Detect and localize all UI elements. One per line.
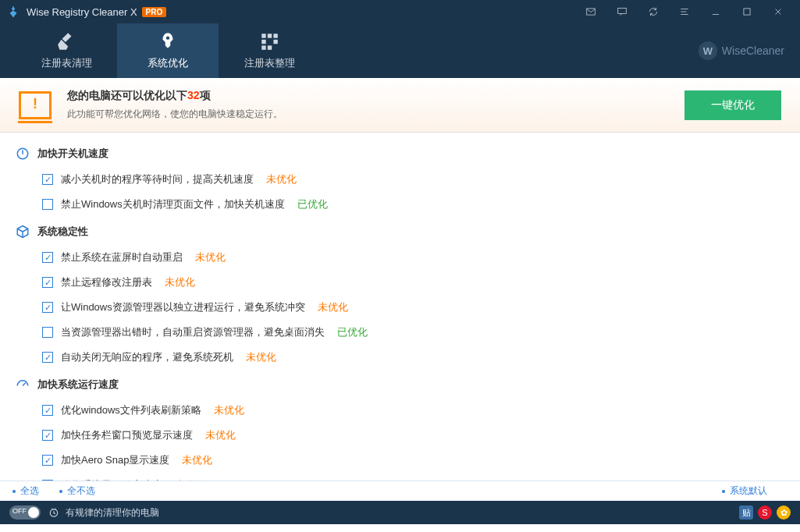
tab-registry-clean[interactable]: 注册表清理 [16,23,117,78]
list-item: 禁止Windows关机时清理页面文件，加快关机速度已优化 [16,192,800,217]
section-header: 加快系统运行速度 [16,370,800,398]
status-badge: 已优化 [337,325,368,339]
svg-point-3 [166,37,169,40]
status-badge: 未优化 [205,428,236,442]
list-item: 让Windows资源管理器以独立进程运行，避免系统冲突未优化 [16,295,800,320]
maximize-button[interactable] [731,0,763,23]
tab-label: 注册表整理 [244,56,295,70]
item-text: 加快任务栏窗口预览显示速度 [61,428,193,442]
checkbox[interactable] [42,327,53,338]
tab-registry-defrag[interactable]: 注册表整理 [219,23,320,78]
optimize-button[interactable]: 一键优化 [684,90,781,120]
checkbox[interactable] [42,480,53,481]
close-button[interactable] [763,0,794,23]
alert-monitor-icon: ! [19,91,52,119]
system-default-link[interactable]: 系统默认 [730,484,767,498]
svg-rect-2 [744,9,750,15]
banner-title: 您的电脑还可以优化以下32项 [67,89,684,103]
content-area: 加快开关机速度减小关机时的程序等待时间，提高关机速度未优化禁止Windows关机… [0,133,800,481]
app-logo-icon [6,5,20,19]
list-item: 当资源管理器出错时，自动重启资源管理器，避免桌面消失已优化 [16,320,800,345]
list-item: 自动关闭无响应的程序，避免系统死机未优化 [16,345,800,370]
svg-rect-9 [261,45,265,49]
schedule-toggle[interactable]: OFF [9,505,41,520]
list-item: 禁止远程修改注册表未优化 [16,270,800,295]
list-item: 优化windows文件列表刷新策略未优化 [16,398,800,423]
item-text: 让Windows资源管理器以独立进程运行，避免系统冲突 [61,300,305,314]
section-title: 加快系统运行速度 [37,378,119,392]
status-badge: 未优化 [214,403,244,417]
list-item: 加快任务栏窗口预览显示速度未优化 [16,423,800,448]
refresh-icon[interactable] [638,0,669,23]
status-badge: 未优化 [175,478,205,481]
clock-icon [48,507,59,518]
checkbox[interactable] [42,174,53,185]
schedule-text: 有规律的清理你的电脑 [66,506,159,520]
rocket-icon [158,31,178,51]
social-tieba-icon[interactable]: 贴 [739,505,753,520]
titlebar: Wise Registry Cleaner X PRO [0,0,800,23]
select-all-link[interactable]: 全选 [20,484,39,498]
grid-icon [259,31,279,51]
banner: ! 您的电脑还可以优化以下32项 此功能可帮您优化网络，使您的电脑快速稳定运行。… [0,78,800,133]
checkbox[interactable] [42,430,53,441]
mail-icon[interactable] [575,0,606,23]
select-none-link[interactable]: 全不选 [67,484,95,498]
svg-rect-1 [618,8,627,13]
brand-text: WiseCleaner [722,44,784,57]
cube-icon [16,225,30,239]
item-text: 优化windows文件列表刷新策略 [61,403,201,417]
item-text: 加快Aero Snap显示速度 [61,453,169,467]
svg-rect-10 [268,45,272,49]
brand[interactable]: W WiseCleaner [699,23,800,78]
status-badge: 未优化 [246,350,276,364]
svg-rect-8 [273,40,277,44]
checkbox[interactable] [42,302,53,313]
status-badge: 已优化 [297,197,328,211]
item-text: 当资源管理器出错时，自动重启资源管理器，避免桌面消失 [61,325,325,339]
tab-label: 注册表清理 [41,56,92,70]
svg-rect-6 [273,34,277,37]
banner-subtitle: 此功能可帮您优化网络，使您的电脑快速稳定运行。 [67,108,684,121]
list-item: 减小关机时的程序等待时间，提高关机速度未优化 [16,167,800,192]
app-title: Wise Registry Cleaner X [27,6,137,18]
svg-rect-7 [261,40,265,44]
selection-bar: 全选 全不选 系统默认 [0,481,800,501]
section-header: 加快开关机速度 [16,139,800,167]
item-text: 禁止远程修改注册表 [61,275,152,289]
minimize-button[interactable] [700,0,731,23]
menu-icon[interactable] [669,0,700,23]
broom-icon [56,31,76,51]
section-title: 加快开关机速度 [37,147,108,161]
status-badge: 未优化 [266,172,297,186]
checkbox[interactable] [42,277,53,288]
item-text: 禁止Windows关机时清理页面文件，加快关机速度 [61,197,285,211]
status-badge: 未优化 [182,453,212,467]
social-weibo-icon[interactable]: S [758,505,772,520]
svg-rect-0 [587,9,596,15]
tab-system-optimize[interactable]: 系统优化 [117,23,219,78]
tab-label: 系统优化 [148,56,188,70]
item-text: 减小关机时的程序等待时间，提高关机速度 [61,172,254,186]
status-badge: 未优化 [195,250,226,264]
checkbox[interactable] [42,352,53,363]
list-item: 优化系统显示响应速度未优化 [16,473,800,481]
item-text: 优化系统显示响应速度 [61,478,162,481]
social-share-icon[interactable]: ✿ [777,505,791,520]
section-title: 系统稳定性 [37,225,88,239]
checkbox[interactable] [42,405,53,416]
item-text: 禁止系统在蓝屏时自动重启 [61,250,183,264]
pro-badge: PRO [142,7,167,17]
brand-logo-icon: W [699,41,717,60]
checkbox[interactable] [42,455,53,466]
list-item: 加快Aero Snap显示速度未优化 [16,448,800,473]
feedback-icon[interactable] [606,0,638,23]
checkbox[interactable] [42,199,53,210]
checkbox[interactable] [42,252,53,263]
svg-rect-5 [268,34,272,37]
navbar: 注册表清理 系统优化 注册表整理 W WiseCleaner [0,23,800,78]
status-badge: 未优化 [318,300,348,314]
speed-icon [16,378,30,392]
item-text: 自动关闭无响应的程序，避免系统死机 [61,350,233,364]
section-header: 系统稳定性 [16,217,800,245]
